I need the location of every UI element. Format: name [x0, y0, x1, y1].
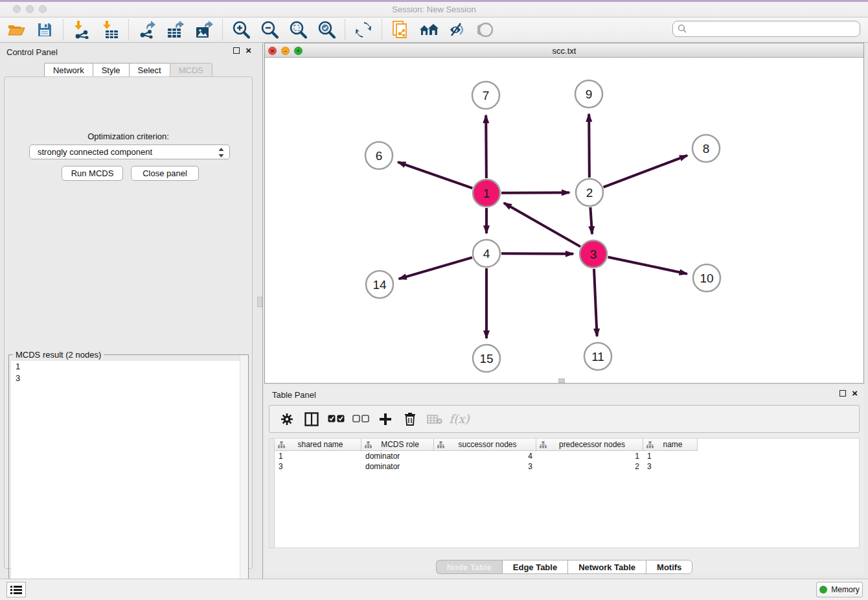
edge-2-9[interactable] [589, 114, 589, 178]
table-panel: Table Panel × [264, 386, 864, 575]
save-session-icon[interactable] [34, 20, 56, 40]
deselect-all-checkboxes-icon[interactable] [351, 410, 371, 429]
edge-1-6[interactable] [398, 162, 472, 188]
network-graph[interactable]: 7968124314101511 [265, 58, 863, 383]
copy-current-network-icon[interactable] [389, 20, 411, 40]
tab-style[interactable]: Style [93, 63, 129, 77]
network-window-titlebar[interactable]: ✕ – + scc.txt [265, 43, 863, 58]
tab-network-table[interactable]: Network Table [567, 560, 646, 574]
tab-node-table[interactable]: Node Table [436, 560, 502, 574]
cell-name[interactable]: 3 [643, 461, 698, 472]
zoom-fit-icon[interactable] [287, 20, 309, 40]
network-resize-grip[interactable] [558, 378, 565, 383]
edge-4-3[interactable] [501, 253, 573, 254]
edge-4-14[interactable] [399, 257, 472, 279]
node-label: 1 [483, 187, 490, 200]
import-network-icon[interactable] [71, 20, 93, 40]
cell-successor-nodes[interactable]: 3 [434, 461, 536, 472]
cell-predecessor-nodes[interactable]: 2 [536, 461, 643, 472]
graph-node-8[interactable]: 8 [692, 135, 720, 162]
tab-mcds[interactable]: MCDS [170, 63, 212, 77]
graph-node-3[interactable]: 3 [580, 240, 607, 268]
column-header-MCDS-role[interactable]: MCDS role [361, 439, 434, 451]
open-session-icon[interactable] [5, 20, 27, 40]
cell-predecessor-nodes[interactable]: 1 [536, 451, 643, 461]
export-table-icon[interactable] [165, 20, 187, 40]
graph-node-1[interactable]: 1 [473, 179, 500, 207]
column-header-successor-nodes[interactable]: successor nodes [434, 439, 536, 451]
tab-motifs[interactable]: Motifs [646, 560, 692, 574]
import-table-icon[interactable] [99, 20, 121, 40]
node-label: 4 [483, 247, 490, 260]
panel-splitter[interactable] [257, 43, 264, 579]
home-icon[interactable] [418, 20, 440, 40]
close-panel-button[interactable]: Close panel [131, 166, 199, 181]
column-header-predecessor-nodes[interactable]: predecessor nodes [536, 439, 643, 451]
tab-edge-table[interactable]: Edge Table [502, 560, 567, 574]
memory-button[interactable]: Memory [816, 582, 863, 597]
float-table-panel-icon[interactable] [839, 390, 846, 397]
cell-MCDS-role[interactable]: dominator [361, 461, 434, 472]
float-panel-icon[interactable] [233, 47, 240, 54]
zoom-in-icon[interactable] [230, 20, 252, 40]
node-table[interactable]: shared nameMCDS rolesuccessor nodesprede… [269, 438, 860, 548]
column-header-shared-name[interactable]: shared name [275, 439, 361, 451]
network-canvas[interactable]: 7968124314101511 [265, 58, 863, 383]
level-of-detail-icon[interactable] [475, 20, 497, 40]
graph-node-7[interactable]: 7 [472, 82, 499, 109]
table-row[interactable]: 3dominator323 [275, 461, 698, 472]
splitter-grip[interactable] [257, 297, 262, 307]
edge-2-3[interactable] [590, 207, 592, 234]
edge-3-1[interactable] [504, 203, 580, 246]
main-title-bar: Session: New Session [0, 0, 868, 17]
graph-node-6[interactable]: 6 [365, 142, 393, 169]
graph-node-2[interactable]: 2 [576, 179, 603, 206]
cell-shared-name[interactable]: 3 [275, 461, 361, 472]
column-header-label: shared name [288, 440, 361, 449]
zoom-selected-icon[interactable] [315, 20, 337, 40]
result-scrollbar[interactable] [240, 355, 248, 599]
add-column-icon[interactable] [376, 410, 395, 429]
zoom-out-icon[interactable] [258, 20, 280, 40]
apply-layout-icon[interactable] [352, 20, 374, 40]
tab-network[interactable]: Network [44, 63, 93, 77]
export-image-icon[interactable] [193, 20, 215, 40]
function-builder-icon[interactable]: f(x) [450, 410, 469, 429]
edge-2-8[interactable] [604, 156, 687, 187]
edge-1-2[interactable] [501, 192, 569, 193]
select-all-checkboxes-icon[interactable] [326, 410, 346, 429]
cell-name[interactable]: 1 [643, 451, 698, 461]
split-columns-icon[interactable] [302, 410, 321, 429]
close-table-panel-icon[interactable]: × [852, 390, 858, 397]
export-network-icon[interactable] [136, 20, 158, 40]
tab-select[interactable]: Select [129, 63, 170, 77]
cell-successor-nodes[interactable]: 4 [434, 451, 536, 461]
criterion-select[interactable]: strongly connected component [29, 144, 230, 159]
toolbar-separator [222, 19, 223, 40]
search-input[interactable] [672, 21, 860, 37]
show-hide-graphics-details-icon[interactable] [446, 20, 468, 40]
column-header-name[interactable]: name [643, 439, 698, 451]
column-header-label: predecessor nodes [549, 440, 643, 449]
settings-icon[interactable] [277, 410, 297, 429]
close-panel-icon[interactable]: × [246, 47, 251, 54]
run-mcds-button[interactable]: Run MCDS [62, 166, 123, 181]
edge-1-7[interactable] [486, 115, 486, 178]
graph-node-10[interactable]: 10 [693, 264, 720, 292]
task-history-button[interactable] [6, 582, 26, 597]
graph-node-11[interactable]: 11 [584, 343, 611, 370]
graph-node-4[interactable]: 4 [473, 240, 500, 267]
graph-node-15[interactable]: 15 [473, 345, 500, 372]
mcds-result-text[interactable]: 13 [11, 361, 246, 597]
edge-3-11[interactable] [594, 269, 597, 336]
cell-MCDS-role[interactable]: dominator [361, 451, 434, 461]
control-panel: Control Panel × NetworkStyleSelectMCDS O… [0, 43, 257, 571]
cell-shared-name[interactable]: 1 [275, 451, 361, 461]
edge-3-10[interactable] [608, 257, 687, 274]
network-view-window: ✕ – + scc.txt 7968124314101511 [264, 43, 864, 384]
delete-table-icon[interactable] [425, 410, 444, 429]
table-row[interactable]: 1dominator411 [275, 451, 698, 461]
graph-node-14[interactable]: 14 [366, 271, 393, 298]
delete-column-icon[interactable] [400, 410, 420, 429]
graph-node-9[interactable]: 9 [575, 80, 602, 108]
